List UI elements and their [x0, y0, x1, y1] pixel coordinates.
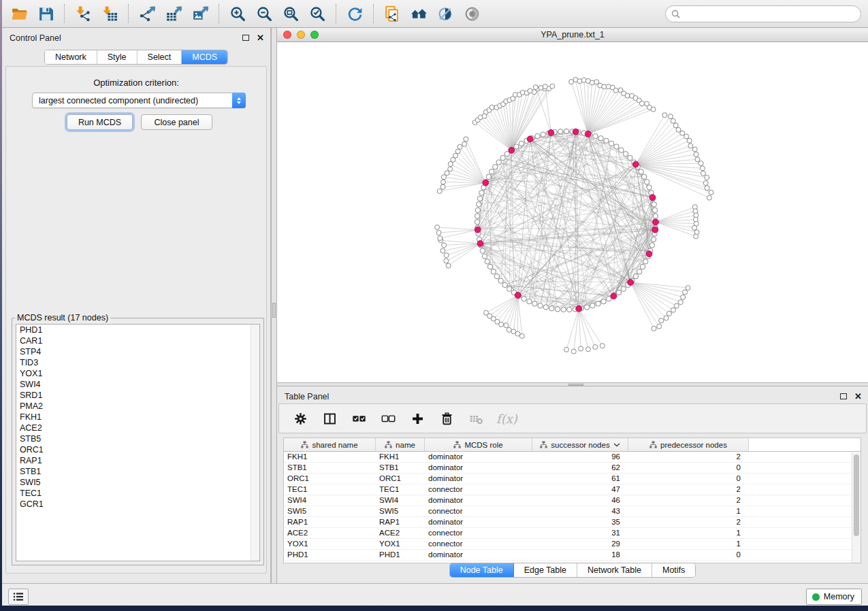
attribute-tree-icon	[540, 441, 547, 448]
mcds-result-item[interactable]: YOX1	[16, 368, 259, 379]
open-file-button[interactable]	[9, 3, 29, 24]
float-panel-icon[interactable]	[241, 33, 250, 42]
mcds-result-item[interactable]: CAR1	[16, 335, 259, 346]
minimize-window-icon[interactable]	[297, 31, 305, 39]
mcds-node	[483, 180, 489, 186]
toolbar-separator	[219, 4, 219, 23]
mcds-result-item[interactable]: TID3	[16, 357, 259, 368]
tab-motifs[interactable]: Motifs	[652, 563, 695, 577]
table-settings-button[interactable]	[291, 410, 309, 427]
import-table-button[interactable]	[99, 3, 120, 24]
refresh-network-button[interactable]	[344, 3, 365, 24]
mcds-result-item[interactable]: PMA2	[16, 401, 259, 412]
vertical-splitter[interactable]	[271, 28, 277, 583]
toggle-birds-eye-view-button[interactable]	[462, 3, 482, 24]
table-row-orc1[interactable]: ORC1ORC1dominator610	[284, 474, 861, 484]
column-header-predecessor-nodes[interactable]: predecessor nodes	[628, 438, 749, 451]
column-header-shared-name[interactable]: shared name	[284, 438, 376, 451]
export-network-button[interactable]	[137, 3, 157, 24]
column-header-successor-nodes[interactable]: successor nodes	[532, 438, 628, 451]
create-column-button[interactable]	[408, 410, 426, 427]
close-panel-icon[interactable]: ✕	[256, 33, 265, 42]
tab-node-table[interactable]: Node Table	[450, 563, 514, 577]
table-row-rap1[interactable]: RAP1RAP1dominator352	[284, 517, 861, 528]
task-history-button[interactable]	[8, 589, 29, 605]
tab-style[interactable]: Style	[97, 50, 138, 64]
table-scrollbar[interactable]	[852, 452, 861, 563]
column-header-name[interactable]: name	[376, 438, 425, 451]
vertical-splitter-handle[interactable]	[272, 303, 276, 318]
network-canvas[interactable]	[277, 42, 868, 382]
import-network-button[interactable]	[73, 3, 93, 24]
export-image-button[interactable]	[190, 3, 210, 24]
column-header-mcds-role[interactable]: MCDS role	[425, 438, 532, 451]
mcds-result-item[interactable]: SRD1	[16, 390, 259, 401]
zoom-in-button[interactable]	[227, 3, 248, 24]
attribute-tree-icon	[453, 441, 461, 448]
optimization-criterion-select[interactable]: largest connected component (undirected)	[32, 93, 246, 108]
delete-columns-button[interactable]	[438, 410, 455, 427]
horizontal-splitter-handle[interactable]	[568, 384, 583, 386]
mcds-result-item[interactable]: TEC1	[16, 488, 259, 499]
close-table-panel-icon[interactable]: ✕	[854, 392, 863, 401]
search-box	[665, 5, 861, 22]
table-row-swi5[interactable]: SWI5SWI5connector431	[284, 506, 861, 517]
new-network-from-selection-button[interactable]	[382, 3, 402, 24]
table-scrollbar-thumb[interactable]	[854, 455, 859, 536]
table-row-stb1[interactable]: STB1STB1dominator620	[284, 463, 861, 474]
close-window-icon[interactable]	[283, 31, 291, 39]
table-row-yox1[interactable]: YOX1YOX1connector291	[284, 539, 861, 550]
network-window-titlebar: YPA_prune.txt_1	[277, 28, 868, 42]
tab-mcds[interactable]: MCDS	[182, 50, 227, 64]
export-table-icon	[165, 5, 182, 22]
welcome-screen-button[interactable]	[408, 3, 429, 24]
tab-network-table[interactable]: Network Table	[577, 563, 652, 577]
mcds-result-item[interactable]: STB5	[16, 433, 259, 444]
search-input[interactable]	[684, 9, 855, 18]
optimization-criterion-label: Optimization criterion:	[6, 78, 266, 88]
network-graph[interactable]	[277, 42, 868, 382]
mcds-node	[632, 161, 639, 167]
export-table-button[interactable]	[163, 3, 184, 24]
cell: 0	[628, 550, 749, 560]
sort-descending-icon	[613, 443, 620, 447]
unselect-all-columns-button[interactable]	[379, 410, 397, 427]
mcds-result-item[interactable]: FKH1	[16, 412, 259, 423]
mcds-result-item[interactable]: SWI4	[16, 379, 259, 390]
float-table-panel-icon[interactable]	[839, 392, 848, 401]
table-row-tec1[interactable]: TEC1TEC1connector472	[284, 484, 861, 495]
control-panel-header: Control Panel ✕	[2, 28, 270, 47]
cell: 62	[532, 463, 628, 473]
attribute-tree-icon	[385, 441, 392, 448]
mcds-result-item[interactable]: RAP1	[16, 455, 259, 466]
cell: PHD1	[376, 550, 425, 560]
result-list-scrollbar[interactable]	[251, 325, 259, 561]
tab-edge-table[interactable]: Edge Table	[514, 563, 577, 577]
table-row-ace2[interactable]: ACE2ACE2connector311	[284, 528, 861, 539]
tab-select[interactable]: Select	[138, 50, 182, 64]
table-row-phd1[interactable]: PHD1PHD1dominator180	[284, 550, 861, 561]
mcds-result-item[interactable]: GCR1	[16, 499, 259, 510]
maximize-window-icon[interactable]	[310, 31, 319, 39]
select-all-columns-button[interactable]	[350, 410, 368, 427]
mcds-node	[509, 147, 515, 153]
mcds-node	[649, 195, 656, 201]
zoom-fit-button[interactable]	[280, 3, 301, 24]
table-row-fkh1[interactable]: FKH1FKH1dominator962	[284, 452, 861, 463]
save-session-button[interactable]	[35, 3, 56, 24]
panel-layout-button[interactable]	[321, 410, 338, 427]
mcds-result-item[interactable]: STP4	[16, 346, 259, 357]
zoom-out-button[interactable]	[254, 3, 274, 24]
close-panel-button[interactable]: Close panel	[141, 114, 212, 130]
memory-button[interactable]: Memory	[806, 589, 862, 605]
zoom-selected-button[interactable]	[307, 3, 327, 24]
mcds-result-item[interactable]: STB1	[16, 466, 259, 477]
mcds-result-item[interactable]: SWI5	[16, 477, 259, 488]
mcds-result-item[interactable]: ACE2	[16, 423, 259, 433]
mcds-result-item[interactable]: ORC1	[16, 444, 259, 455]
tab-network[interactable]: Network	[45, 50, 97, 64]
table-row-swi4[interactable]: SWI4SWI4dominator462	[284, 495, 861, 506]
toggle-graphics-details-button[interactable]	[435, 3, 455, 24]
run-mcds-button[interactable]: Run MCDS	[67, 114, 133, 130]
mcds-result-item[interactable]: PHD1	[16, 325, 259, 335]
